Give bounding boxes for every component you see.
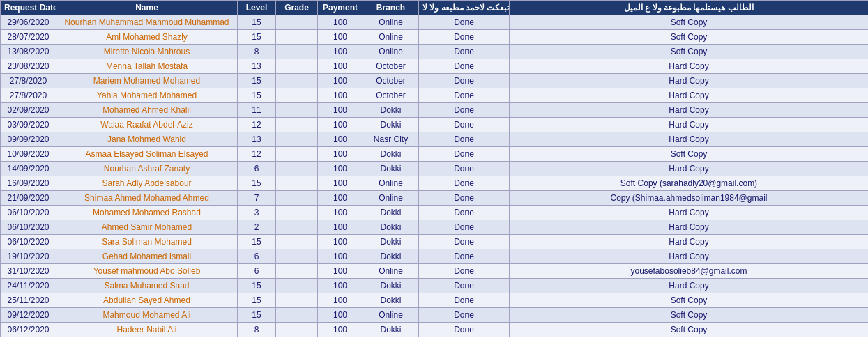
cell-payment: 100 xyxy=(318,191,363,206)
cell-date: 27/8/2020 xyxy=(1,74,56,88)
cell-level: 6 xyxy=(238,249,276,264)
cell-level: 15 xyxy=(238,15,276,30)
cell-last: Hard Copy xyxy=(510,74,869,88)
cell-name: Sarah Adly Abdelsabour xyxy=(56,176,238,191)
cell-grade xyxy=(276,308,318,323)
cell-grade xyxy=(276,45,318,59)
table-row: 31/10/2020Yousef mahmoud Abo Solieb6100O… xyxy=(1,264,869,279)
cell-name: Aml Mohamed Shazly xyxy=(56,30,238,45)
cell-name: Ahmed Samir Mohamed xyxy=(56,220,238,235)
cell-last: Hard Copy xyxy=(510,118,869,132)
cell-arabic: Done xyxy=(419,293,510,308)
cell-arabic: Done xyxy=(419,30,510,45)
cell-arabic: Done xyxy=(419,132,510,147)
cell-level: 15 xyxy=(238,88,276,103)
cell-level: 8 xyxy=(238,45,276,59)
cell-branch: October xyxy=(363,59,419,74)
cell-name: Mahmoud Mohamed Ali xyxy=(56,308,238,323)
cell-branch: Dokki xyxy=(363,118,419,132)
cell-date: 14/09/2020 xyxy=(1,162,56,176)
cell-level: 8 xyxy=(238,323,276,337)
cell-date: 21/09/2020 xyxy=(1,191,56,206)
table-row: 28/07/2020Aml Mohamed Shazly15100OnlineD… xyxy=(1,30,869,45)
cell-last: Soft Copy xyxy=(510,293,869,308)
cell-branch: Nasr City xyxy=(363,132,419,147)
cell-payment: 100 xyxy=(318,162,363,176)
cell-last: Hard Copy xyxy=(510,235,869,249)
cell-name: Sara Soliman Mohamed xyxy=(56,235,238,249)
cell-date: 25/11/2020 xyxy=(1,293,56,308)
table-row: 06/10/2020Mohamed Mohamed Rashad3100Dokk… xyxy=(1,206,869,220)
cell-last: Hard Copy xyxy=(510,88,869,103)
cell-name: Mariem Mohamed Mohamed xyxy=(56,74,238,88)
cell-branch: Dokki xyxy=(363,162,419,176)
cell-name: Gehad Mohamed Ismail xyxy=(56,249,238,264)
cell-payment: 100 xyxy=(318,103,363,118)
cell-arabic: Done xyxy=(419,15,510,30)
cell-last: Copy (Shimaa.ahmedsoliman1984@gmail xyxy=(510,191,869,206)
cell-date: 06/10/2020 xyxy=(1,235,56,249)
cell-arabic: Done xyxy=(419,59,510,74)
cell-arabic: Done xyxy=(419,118,510,132)
table-row: 02/09/2020Mohamed Ahmed Khalil11100Dokki… xyxy=(1,103,869,118)
cell-level: 13 xyxy=(238,59,276,74)
cell-level: 3 xyxy=(238,206,276,220)
cell-date: 23/08/2020 xyxy=(1,59,56,74)
header-payment: Payment xyxy=(318,1,363,15)
cell-payment: 100 xyxy=(318,206,363,220)
cell-name: Yousef mahmoud Abo Solieb xyxy=(56,264,238,279)
cell-grade xyxy=(276,59,318,74)
cell-branch: Dokki xyxy=(363,323,419,337)
cell-payment: 100 xyxy=(318,15,363,30)
cell-last: Hard Copy xyxy=(510,249,869,264)
cell-arabic: Done xyxy=(419,279,510,293)
cell-level: 15 xyxy=(238,279,276,293)
cell-last: Soft Copy xyxy=(510,30,869,45)
cell-date: 03/09/2020 xyxy=(1,118,56,132)
cell-date: 06/12/2020 xyxy=(1,323,56,337)
cell-branch: Online xyxy=(363,45,419,59)
table-row: 19/10/2020Gehad Mohamed Ismail6100DokkiD… xyxy=(1,249,869,264)
cell-branch: Dokki xyxy=(363,293,419,308)
cell-last: Hard Copy xyxy=(510,132,869,147)
cell-grade xyxy=(276,88,318,103)
cell-arabic: Done xyxy=(419,176,510,191)
table-row: 25/11/2020Abdullah Sayed Ahmed15100Dokki… xyxy=(1,293,869,308)
cell-arabic: Done xyxy=(419,264,510,279)
cell-date: 10/09/2020 xyxy=(1,147,56,162)
cell-payment: 100 xyxy=(318,308,363,323)
cell-date: 13/08/2020 xyxy=(1,45,56,59)
cell-grade xyxy=(276,220,318,235)
cell-branch: Online xyxy=(363,15,419,30)
cell-grade xyxy=(276,279,318,293)
cell-arabic: Done xyxy=(419,74,510,88)
cell-payment: 100 xyxy=(318,249,363,264)
cell-last: Soft Copy xyxy=(510,308,869,323)
cell-date: 02/09/2020 xyxy=(1,103,56,118)
cell-payment: 100 xyxy=(318,59,363,74)
cell-branch: Online xyxy=(363,176,419,191)
cell-payment: 100 xyxy=(318,30,363,45)
cell-grade xyxy=(276,74,318,88)
cell-last: Hard Copy xyxy=(510,279,869,293)
cell-branch: Online xyxy=(363,308,419,323)
cell-name: Hadeer Nabil Ali xyxy=(56,323,238,337)
cell-arabic: Done xyxy=(419,308,510,323)
cell-grade xyxy=(276,323,318,337)
cell-grade xyxy=(276,132,318,147)
cell-arabic: Done xyxy=(419,88,510,103)
cell-arabic: Done xyxy=(419,162,510,176)
cell-arabic: Done xyxy=(419,249,510,264)
cell-last: Hard Copy xyxy=(510,59,869,74)
cell-last: Soft Copy xyxy=(510,323,869,337)
cell-grade xyxy=(276,103,318,118)
cell-grade xyxy=(276,293,318,308)
table-row: 29/06/2020Nourhan Muhammad Mahmoud Muham… xyxy=(1,15,869,30)
cell-level: 15 xyxy=(238,30,276,45)
cell-date: 24/11/2020 xyxy=(1,279,56,293)
cell-branch: Dokki xyxy=(363,279,419,293)
cell-grade xyxy=(276,264,318,279)
cell-date: 06/10/2020 xyxy=(1,220,56,235)
table-row: 13/08/2020Mirette Nicola Mahrous8100Onli… xyxy=(1,45,869,59)
table-row: 06/12/2020Hadeer Nabil Ali8100DokkiDoneS… xyxy=(1,323,869,337)
